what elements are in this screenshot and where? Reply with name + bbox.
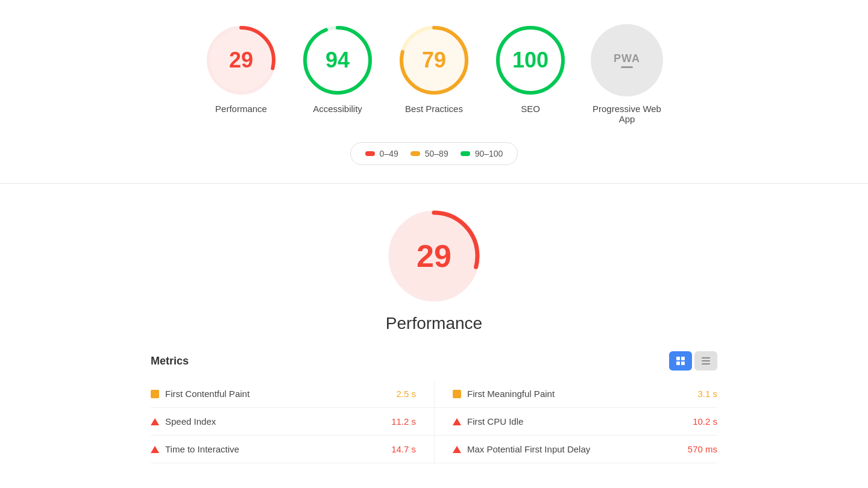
legend-dot-red: [365, 151, 375, 156]
legend-range-orange: 50–89: [425, 149, 448, 158]
big-score-container: 29 Performance: [386, 208, 482, 333]
metrics-header: Metrics: [151, 351, 717, 371]
red-triangle-icon-tti: [151, 446, 159, 453]
pwa-circle: PWA: [591, 24, 663, 96]
score-label-seo: SEO: [521, 104, 540, 114]
score-value-accessibility: 94: [326, 48, 350, 73]
metrics-grid: First Contentful Paint 2.5 s Speed Index…: [151, 380, 717, 463]
red-triangle-icon-mpfid: [453, 446, 461, 453]
score-value-seo: 100: [512, 48, 549, 73]
score-label-best-practices: Best Practices: [405, 104, 463, 114]
grid-view-button[interactable]: [669, 351, 692, 371]
big-score-label: Performance: [386, 314, 482, 333]
score-label-accessibility: Accessibility: [313, 104, 362, 114]
legend-item-red: 0–49: [365, 149, 398, 158]
red-triangle-icon-fci: [453, 418, 461, 425]
metrics-right-column: First Meaningful Paint 3.1 s First CPU I…: [434, 380, 717, 463]
score-value-performance: 29: [229, 48, 253, 73]
score-circle-best-practices: 79: [398, 24, 470, 96]
view-toggle: [669, 351, 717, 371]
big-score-value: 29: [417, 238, 451, 274]
metric-name-fcp: First Contentful Paint: [165, 389, 390, 399]
legend-item-green: 90–100: [461, 149, 503, 158]
metric-value-fmp: 3.1 s: [697, 389, 717, 399]
metric-row-fmp: First Meaningful Paint 3.1 s: [434, 380, 717, 408]
metric-row-speed-index: Speed Index 11.2 s: [151, 408, 434, 436]
legend-range-red: 0–49: [380, 149, 398, 158]
score-card-pwa[interactable]: PWA Progressive Web App: [591, 24, 663, 124]
pwa-dash: [621, 66, 633, 68]
metric-value-tti: 14.7 s: [391, 444, 416, 454]
bottom-section: 29 Performance Metrics: [0, 184, 868, 481]
score-card-performance[interactable]: 29 Performance: [205, 24, 277, 114]
score-label-pwa: Progressive Web App: [591, 104, 663, 124]
score-cards: 29 Performance 94 Accessibility: [205, 24, 663, 124]
metrics-section: Metrics: [151, 351, 717, 463]
score-value-best-practices: 79: [422, 48, 446, 73]
score-card-accessibility[interactable]: 94 Accessibility: [301, 24, 374, 114]
metric-name-speed-index: Speed Index: [165, 416, 385, 427]
metric-name-tti: Time to Interactive: [165, 444, 385, 454]
legend-dot-orange: [410, 151, 420, 156]
legend-item-orange: 50–89: [410, 149, 448, 158]
score-circle-accessibility: 94: [301, 24, 374, 96]
score-label-performance: Performance: [215, 104, 267, 114]
score-circle-seo: 100: [494, 24, 567, 96]
legend-dot-green: [461, 151, 470, 156]
metric-row-fci: First CPU Idle 10.2 s: [434, 408, 717, 436]
metric-row-tti: Time to Interactive 14.7 s: [151, 436, 434, 463]
metric-name-mpfid: Max Potential First Input Delay: [467, 444, 682, 454]
top-section: 29 Performance 94 Accessibility: [0, 0, 868, 184]
score-circle-performance: 29: [205, 24, 277, 96]
metrics-left-column: First Contentful Paint 2.5 s Speed Index…: [151, 380, 434, 463]
orange-square-icon-fcp: [151, 390, 159, 398]
big-score-circle: 29: [386, 208, 482, 304]
red-triangle-icon-speed-index: [151, 418, 159, 425]
metric-name-fci: First CPU Idle: [467, 416, 687, 427]
pwa-text: PWA: [614, 52, 640, 65]
grid-icon: [676, 357, 685, 365]
metric-value-mpfid: 570 ms: [688, 444, 717, 454]
metric-value-fci: 10.2 s: [693, 416, 717, 427]
score-card-best-practices[interactable]: 79 Best Practices: [398, 24, 470, 114]
metric-row-fcp: First Contentful Paint 2.5 s: [151, 380, 434, 408]
legend-range-green: 90–100: [475, 149, 503, 158]
metric-value-fcp: 2.5 s: [396, 389, 416, 399]
legend: 0–49 50–89 90–100: [350, 142, 518, 165]
metric-row-mpfid: Max Potential First Input Delay 570 ms: [434, 436, 717, 463]
metric-value-speed-index: 11.2 s: [391, 416, 416, 427]
metrics-title: Metrics: [151, 355, 189, 368]
metric-name-fmp: First Meaningful Paint: [467, 389, 691, 399]
orange-square-icon-fmp: [453, 390, 461, 398]
list-icon: [702, 357, 710, 364]
list-view-button[interactable]: [694, 351, 717, 371]
score-card-seo[interactable]: 100 SEO: [494, 24, 567, 114]
